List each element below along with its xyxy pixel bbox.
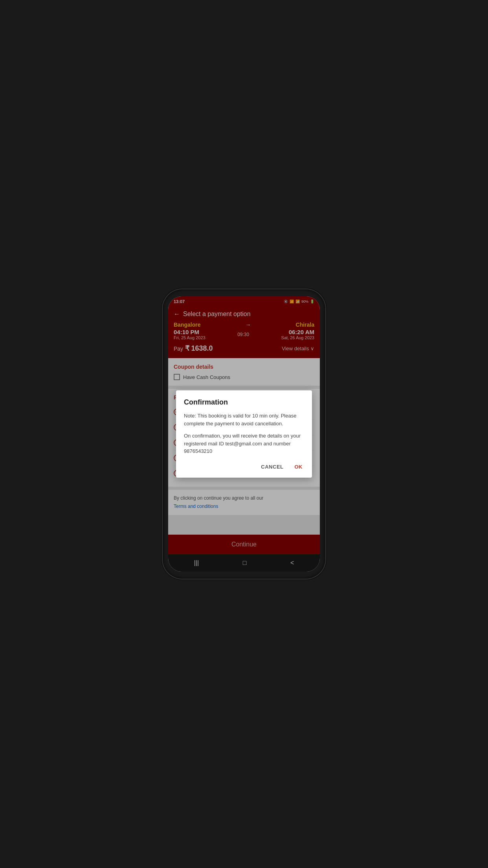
modal-ok-button[interactable]: OK	[293, 462, 305, 472]
confirmation-dialog: Confirmation Note: This booking is valid…	[176, 390, 312, 478]
modal-body: Note: This booking is valid for 10 min o…	[184, 412, 304, 455]
phone-frame: 13:07 🔇 📶 📶 90% 🔋 ← Select a payment opt…	[163, 289, 325, 579]
modal-overlay: Confirmation Note: This booking is valid…	[168, 296, 320, 572]
phone-screen: 13:07 🔇 📶 📶 90% 🔋 ← Select a payment opt…	[168, 296, 320, 572]
modal-confirm-text: On confirmation, you will receive the de…	[184, 432, 304, 455]
modal-note-text: Note: This booking is valid for 10 min o…	[184, 412, 304, 427]
modal-title: Confirmation	[184, 398, 304, 406]
modal-cancel-button[interactable]: CANCEL	[259, 462, 285, 472]
modal-actions: CANCEL OK	[184, 462, 304, 472]
